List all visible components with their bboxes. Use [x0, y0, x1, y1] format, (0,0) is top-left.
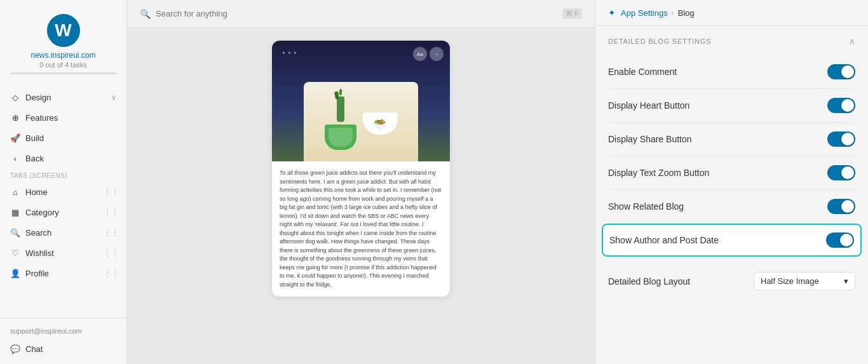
sidebar-item-back[interactable]: ‹ Back — [0, 148, 126, 168]
diamond-icon: ◇ — [10, 92, 20, 102]
wp-logo: W — [47, 14, 80, 47]
sidebar-item-wishlist[interactable]: ♡ Wishlist ⋮⋮ — [0, 243, 126, 263]
sidebar-tab-label: Search — [25, 228, 51, 238]
panel-header: ✦ App Settings › Blog — [595, 0, 868, 26]
sidebar-item-label: Features — [25, 113, 58, 123]
toggle-display-heart[interactable] — [827, 98, 855, 113]
drag-handle-icon: ⋮⋮ — [104, 208, 119, 217]
layout-row: Detailed Blog Layout Half Size Image ▾ — [608, 267, 855, 295]
logo-area: W news.inspireui.com 0 out of 4 tasks — [0, 9, 126, 82]
sidebar-item-chat[interactable]: 💬 Chat — [0, 339, 126, 359]
rocket-icon: 🚀 — [10, 133, 20, 143]
support-email: support@inspireui.com — [0, 323, 126, 339]
right-panel: ✦ App Settings › Blog DETAILED BLOG SETT… — [595, 0, 868, 364]
search-icon: 🔍 — [10, 227, 20, 238]
toggle-enable-comment[interactable] — [827, 64, 855, 79]
sidebar-item-category[interactable]: ▦ Category ⋮⋮ — [0, 202, 126, 222]
sidebar-item-label: Build — [25, 133, 44, 143]
layout-value: Half Size Image — [761, 276, 819, 286]
settings-icon: ✦ — [608, 8, 616, 18]
sidebar-tab-label: Category — [25, 208, 59, 217]
sidebar-bottom: support@inspireui.com 💬 Chat — [0, 318, 126, 364]
section-title: DETAILED BLOG SETTINGS — [608, 37, 711, 45]
layout-select[interactable]: Half Size Image ▾ — [754, 272, 855, 290]
layout-label: Detailed Blog Layout — [608, 276, 690, 286]
blog-text-area: To all those green juice addicts out the… — [272, 161, 450, 297]
collapse-button[interactable]: ∧ — [849, 36, 855, 46]
sidebar: W news.inspireui.com 0 out of 4 tasks ◇ … — [0, 0, 127, 364]
section-header: DETAILED BLOG SETTINGS ∧ — [608, 36, 855, 55]
sidebar-item-design[interactable]: ◇ Design ∨ — [0, 87, 126, 107]
sidebar-tab-label: Home — [25, 187, 48, 197]
sidebar-item-label: Back — [25, 154, 44, 163]
setting-row-display-zoom: Display Text Zoom Button — [608, 156, 855, 190]
sidebar-item-features[interactable]: ⊕ Features — [0, 107, 126, 128]
setting-label: Enable Comment — [608, 67, 677, 77]
drag-handle-icon: ⋮⋮ — [104, 248, 119, 257]
chevron-down-icon: ▾ — [844, 276, 848, 286]
breadcrumb-parent[interactable]: App Settings — [621, 8, 668, 18]
drag-handle-icon: ⋮⋮ — [104, 187, 119, 196]
search-input[interactable] — [156, 9, 557, 18]
setting-row-show-related: Show Related Blog — [608, 190, 855, 224]
home-icon: ⌂ — [10, 187, 20, 197]
setting-label: Display Text Zoom Button — [608, 168, 709, 178]
chevron-left-icon: ‹ — [10, 153, 20, 163]
setting-label: Show Related Blog — [608, 201, 684, 212]
settings-bottom: Detailed Blog Layout Half Size Image ▾ — [595, 257, 868, 306]
breadcrumb-separator: › — [672, 8, 674, 17]
sidebar-nav: ◇ Design ∨ ⊕ Features 🚀 Build ‹ Back Tab… — [0, 82, 126, 318]
setting-label: Display Share Button — [608, 134, 692, 144]
toggle-display-share[interactable] — [827, 131, 855, 147]
grid-icon: ▦ — [10, 207, 20, 217]
sidebar-item-search[interactable]: 🔍 Search ⋮⋮ — [0, 222, 126, 243]
setting-row-show-author: Show Author and Post Date — [602, 224, 862, 257]
drag-handle-icon: ⋮⋮ — [104, 228, 119, 237]
blog-text: To all those green juice addicts out the… — [280, 169, 442, 289]
task-count: 0 out of 4 tasks — [39, 61, 87, 69]
search-bar: 🔍 ⌘ F — [127, 0, 595, 28]
sidebar-tab-label: Profile — [25, 269, 49, 278]
sidebar-item-label: Design — [25, 93, 51, 102]
search-shortcut: ⌘ F — [562, 8, 582, 19]
sidebar-item-home[interactable]: ⌂ Home ⋮⋮ — [0, 182, 126, 202]
setting-row-display-heart: Display Heart Button — [608, 89, 855, 123]
setting-row-enable-comment: Enable Comment — [608, 55, 855, 89]
site-name: news.inspireui.com — [31, 51, 95, 60]
sidebar-bottom-label: Chat — [25, 344, 43, 354]
toggle-display-zoom[interactable] — [827, 165, 855, 180]
sidebar-item-profile[interactable]: 👤 Profile ⋮⋮ — [0, 263, 126, 283]
user-icon: 👤 — [10, 268, 20, 278]
chat-icon: 💬 — [10, 344, 20, 354]
toggle-show-related[interactable] — [827, 199, 855, 214]
task-progress-bar — [10, 72, 116, 74]
toggle-show-author[interactable] — [826, 233, 854, 248]
preview-area: ✦ ✦ ✦ Aa → — [127, 28, 595, 364]
chevron-down-icon: ∨ — [111, 93, 116, 102]
main-content: 🔍 ⌘ F ✦ ✦ ✦ Aa → — [127, 0, 595, 364]
circle-plus-icon: ⊕ — [10, 112, 20, 123]
setting-label: Show Author and Post Date — [609, 235, 719, 245]
drag-handle-icon: ⋮⋮ — [104, 269, 119, 278]
heart-icon: ♡ — [10, 248, 20, 258]
sidebar-tab-label: Wishlist — [25, 248, 54, 258]
search-icon: 🔍 — [140, 9, 151, 19]
settings-section: DETAILED BLOG SETTINGS ∧ Enable Comment … — [595, 26, 868, 257]
setting-row-display-share: Display Share Button — [608, 123, 855, 156]
blog-preview: ✦ ✦ ✦ Aa → — [272, 41, 450, 297]
section-label: Tabs (screens) — [0, 168, 126, 182]
setting-label: Display Heart Button — [608, 100, 689, 111]
breadcrumb-current: Blog — [678, 8, 695, 18]
sidebar-item-build[interactable]: 🚀 Build — [0, 128, 126, 148]
